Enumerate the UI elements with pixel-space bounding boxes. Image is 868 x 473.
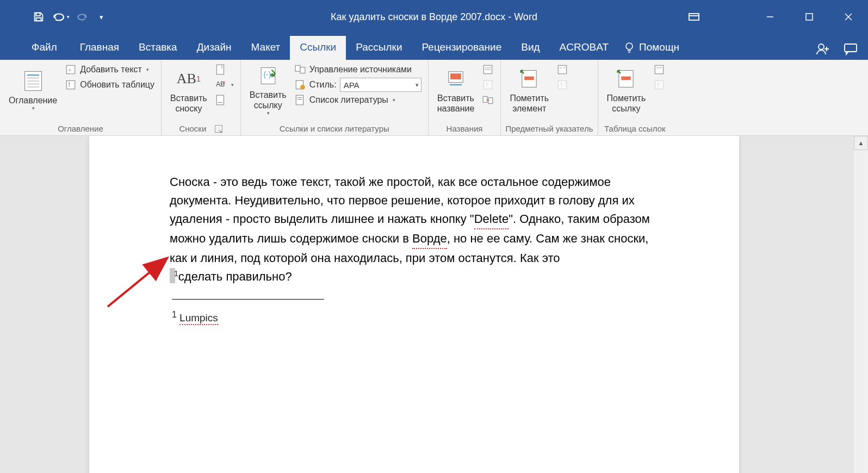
mark-citation-icon <box>614 67 638 91</box>
insert-authorities-button[interactable] <box>651 62 667 77</box>
style-value: APA <box>344 80 359 90</box>
paragraph-text[interactable]: Сноска - это ведь тоже текст, такой же п… <box>170 173 664 287</box>
insert-citation-button[interactable]: (-) Вставить ссылку▾ <box>245 62 291 119</box>
close-button[interactable] <box>829 0 868 34</box>
tab-file[interactable]: Файл <box>24 36 70 60</box>
style-icon <box>294 79 306 91</box>
svg-rect-28 <box>295 65 300 71</box>
insert-caption-button[interactable]: Вставить название <box>433 62 479 119</box>
svg-rect-36 <box>450 73 461 79</box>
tab-insert[interactable]: Вставка <box>129 36 187 60</box>
group-citations: (-) Вставить ссылку▾ Управление источник… <box>241 60 429 135</box>
svg-rect-0 <box>36 13 40 16</box>
update-index-button[interactable]: ! <box>554 77 571 92</box>
scroll-up-button[interactable]: ▲ <box>854 136 868 150</box>
group-footnotes-label: Сноски <box>179 124 206 133</box>
tab-design[interactable]: Дизайн <box>187 36 241 60</box>
citation-icon: (-) <box>256 64 280 88</box>
qat-customize-button[interactable]: ▾ <box>95 8 108 26</box>
tab-view[interactable]: Вид <box>511 36 549 60</box>
toc-button[interactable]: Оглавление ▾ <box>4 62 61 119</box>
svg-rect-50 <box>558 80 566 89</box>
update-figures-icon: ! <box>482 79 494 91</box>
footnote-icon: AB1 <box>177 67 201 91</box>
caption-icon <box>444 67 468 91</box>
tab-layout[interactable]: Макет <box>241 36 290 60</box>
svg-point-31 <box>300 85 305 90</box>
insert-footnote-button[interactable]: AB1 Вставить сноску <box>166 62 212 119</box>
svg-rect-4 <box>806 14 813 20</box>
insert-endnote-button[interactable]: i <box>213 62 236 77</box>
svg-rect-29 <box>300 67 305 73</box>
footnote-body: Lumpics <box>179 312 218 325</box>
tab-review[interactable]: Рецензирование <box>412 36 512 60</box>
bibliography-button[interactable]: Список литературы▾ <box>292 92 424 108</box>
ribbon-options-button[interactable] <box>678 0 710 34</box>
footnotes-dialog-launcher[interactable] <box>215 125 222 133</box>
tab-mailings[interactable]: Рассылки <box>346 36 412 60</box>
mark-citation-label: Пометить ссылку <box>607 93 646 114</box>
group-captions-label: Названия <box>433 123 497 135</box>
citation-style-select[interactable]: APA <box>340 78 421 92</box>
undo-button[interactable]: ▾ <box>51 8 70 26</box>
style-label: Стиль: <box>309 80 337 90</box>
share-button[interactable] <box>815 41 830 57</box>
update-authorities-button[interactable]: ! <box>651 77 667 92</box>
svg-text:!: ! <box>658 82 659 88</box>
manage-sources-button[interactable]: Управление источниками <box>292 62 424 77</box>
group-toc-label: Оглавление <box>4 123 157 135</box>
bulb-icon <box>624 42 635 53</box>
group-citations-label: Ссылки и списки литературы <box>245 123 424 135</box>
document-area[interactable]: Сноска - это ведь тоже текст, такой же п… <box>0 136 868 473</box>
window-controls <box>751 0 868 34</box>
group-authorities-label: Таблица ссылок <box>603 123 668 135</box>
bibliography-icon <box>294 94 306 106</box>
svg-text:!: ! <box>486 82 488 88</box>
tab-references[interactable]: Ссылки <box>290 36 346 60</box>
mark-entry-button[interactable]: Пометить элемент <box>505 62 553 119</box>
citation-style: Стиль: APA <box>292 77 424 92</box>
redo-button[interactable] <box>73 8 91 26</box>
ribbon-tabs: Файл Главная Вставка Дизайн Макет Ссылки… <box>0 34 868 60</box>
maximize-button[interactable] <box>790 0 829 34</box>
group-captions: Вставить название ! Названия <box>429 60 501 135</box>
next-footnote-icon: AB1 <box>215 79 227 91</box>
mark-citation-button[interactable]: Пометить ссылку <box>603 62 650 119</box>
add-text-button[interactable]: + Добавить текст▾ <box>63 62 157 77</box>
svg-rect-47 <box>558 65 566 73</box>
save-button[interactable] <box>29 8 48 26</box>
tell-me[interactable]: Помощн <box>618 36 685 60</box>
tab-home[interactable]: Главная <box>70 36 129 60</box>
cross-reference-button[interactable] <box>480 92 496 108</box>
footnote-text[interactable]: 1 Lumpics <box>172 310 218 325</box>
toc-icon <box>21 69 45 93</box>
update-authorities-icon: ! <box>653 79 665 91</box>
svg-point-8 <box>819 44 824 49</box>
tab-acrobat[interactable]: ACROBAT <box>550 36 618 60</box>
vertical-scrollbar[interactable] <box>854 150 868 473</box>
svg-text:+: + <box>69 67 72 73</box>
show-notes-button[interactable] <box>213 92 236 108</box>
crossref-icon <box>482 94 494 106</box>
update-index-icon: ! <box>556 79 568 91</box>
svg-text:(-): (-) <box>263 70 271 79</box>
minimize-button[interactable] <box>751 0 790 34</box>
insert-caption-label: Вставить название <box>437 93 475 114</box>
insert-authorities-icon <box>653 64 665 76</box>
update-toc-button[interactable]: ! Обновить таблицу <box>63 77 157 92</box>
svg-point-7 <box>626 43 633 49</box>
update-figures-button[interactable]: ! <box>480 77 496 92</box>
footnote-mark[interactable]: 1 <box>174 269 178 278</box>
next-footnote-button[interactable]: AB1▾ <box>213 77 236 92</box>
comments-button[interactable] <box>843 42 858 56</box>
mark-entry-icon <box>517 67 541 91</box>
group-index: Пометить элемент ! Предметный указатель <box>501 60 598 135</box>
page-1[interactable]: Сноска - это ведь тоже текст, такой же п… <box>89 136 739 473</box>
add-text-label: Добавить текст <box>80 65 142 74</box>
update-toc-label: Обновить таблицу <box>80 80 154 90</box>
insert-table-figures-button[interactable] <box>480 62 496 77</box>
insert-index-button[interactable] <box>554 62 571 77</box>
manage-sources-label: Управление источниками <box>309 65 412 74</box>
toc-label: Оглавление <box>9 95 57 105</box>
endnote-icon: i <box>215 64 227 76</box>
